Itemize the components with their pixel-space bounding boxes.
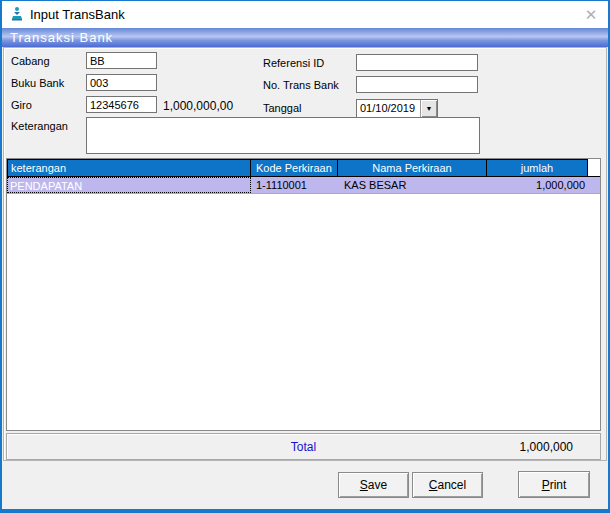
save-button-label: Save xyxy=(339,478,408,492)
total-bar: Total 1,000,000 xyxy=(6,433,601,460)
buku-bank-label: Buku Bank xyxy=(11,77,64,89)
cabang-label: Cabang xyxy=(11,55,50,67)
form-panel: Cabang Buku Bank Giro 1,000,000,00 Keter… xyxy=(3,47,607,461)
referensi-id-input[interactable] xyxy=(356,54,478,71)
app-icon xyxy=(9,6,25,22)
no-trans-bank-input[interactable] xyxy=(356,76,478,93)
save-button[interactable]: Save xyxy=(338,472,409,498)
title-bar[interactable]: Input TransBank ✕ xyxy=(2,1,608,28)
column-header-nama-perkiraan[interactable]: Nama Perkiraan xyxy=(337,159,487,176)
giro-amount-text: 1,000,000,00 xyxy=(163,99,233,113)
tanggal-datepicker[interactable]: 01/10/2019 ▼ xyxy=(356,99,438,118)
giro-label: Giro xyxy=(11,99,32,111)
cell-jumlah[interactable]: 1,000,000 xyxy=(489,177,591,193)
keterangan-label: Keterangan xyxy=(11,120,68,132)
chevron-down-icon[interactable]: ▼ xyxy=(420,100,437,117)
tanggal-value: 01/10/2019 xyxy=(357,100,420,117)
buku-bank-input[interactable] xyxy=(86,74,157,91)
column-header-kode-perkiraan[interactable]: Kode Perkiraan xyxy=(250,159,338,176)
close-icon[interactable]: ✕ xyxy=(582,6,600,24)
cell-keterangan[interactable]: PENDAPATAN xyxy=(7,177,251,193)
cancel-button-label: Cancel xyxy=(413,478,482,492)
section-header: Transaksi Bank xyxy=(2,28,608,47)
column-header-keterangan[interactable]: keterangan xyxy=(7,159,251,176)
window-title: Input TransBank xyxy=(30,7,125,22)
table-row[interactable]: PENDAPATAN 1-1110001 KAS BESAR 1,000,000 xyxy=(7,177,600,194)
grid-header-filler xyxy=(588,159,600,176)
transactions-grid[interactable]: keterangan Kode Perkiraan Nama Perkiraan… xyxy=(6,158,601,431)
no-trans-bank-label: No. Trans Bank xyxy=(263,79,339,91)
cabang-input[interactable] xyxy=(86,52,157,69)
cell-nama-perkiraan[interactable]: KAS BESAR xyxy=(339,177,489,193)
keterangan-input[interactable] xyxy=(86,117,480,154)
referensi-id-label: Referensi ID xyxy=(263,57,324,69)
column-header-jumlah[interactable]: jumlah xyxy=(486,159,588,176)
total-label: Total xyxy=(7,440,600,454)
print-button[interactable]: Print xyxy=(518,471,590,498)
total-value: 1,000,000 xyxy=(520,440,573,454)
dialog-input-transbank: Input TransBank ✕ Transaksi Bank Cabang … xyxy=(0,0,610,513)
cancel-button[interactable]: Cancel xyxy=(412,472,483,498)
cell-kode-perkiraan[interactable]: 1-1110001 xyxy=(251,177,339,193)
grid-header-row: keterangan Kode Perkiraan Nama Perkiraan… xyxy=(7,159,600,177)
giro-input[interactable] xyxy=(86,96,157,113)
tanggal-label: Tanggal xyxy=(263,102,302,114)
print-button-label: Print xyxy=(519,478,589,492)
